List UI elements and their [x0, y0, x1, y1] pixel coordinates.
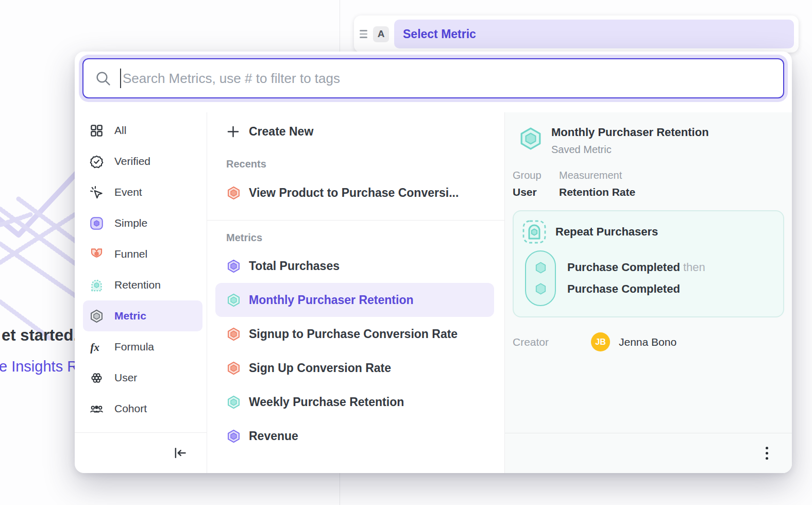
verified-badge-icon	[90, 155, 104, 169]
list-item-revenue[interactable]: Revenue	[215, 419, 494, 453]
definition-steps: Purchase Completed then Purchase Complet…	[525, 250, 775, 306]
saved-metric-hexagon-icon	[519, 127, 543, 150]
metric-hexagon-icon	[227, 259, 241, 273]
create-new-button[interactable]: Create New	[207, 116, 504, 147]
formula-fx-icon: fx	[90, 340, 104, 354]
section-title-recents: Recents	[226, 158, 504, 170]
metric-details-panel: Monthly Purchaser Retention Saved Metric…	[505, 112, 792, 473]
sidebar-item-user[interactable]: User	[83, 362, 202, 393]
sidebar-footer	[75, 432, 207, 473]
funnel-icon	[90, 247, 104, 261]
sidebar-item-label: Retention	[114, 279, 161, 291]
sidebar-item-event[interactable]: Event	[83, 177, 202, 208]
sidebar-item-label: Cohort	[114, 402, 147, 415]
creator-label: Creator	[513, 336, 591, 348]
list-item-sign-up-conversion-rate[interactable]: Sign Up Conversion Rate	[215, 351, 494, 385]
retention-metric-hexagon-icon	[227, 395, 241, 409]
sidebar-item-all[interactable]: All	[83, 115, 202, 146]
sidebar-item-cohort[interactable]: Cohort	[83, 393, 202, 424]
group-value: User	[513, 186, 559, 198]
measurement-label: Measurement	[559, 170, 635, 181]
sidebar-item-retention[interactable]: Retention	[83, 270, 202, 300]
group-label: Group	[513, 170, 559, 181]
sidebar-item-funnel[interactable]: Funnel	[83, 239, 202, 270]
section-title-metrics: Metrics	[226, 232, 504, 244]
list-item-label: Weekly Purchase Retention	[249, 395, 404, 409]
list-item-total-purchases[interactable]: Total Purchases	[215, 249, 494, 283]
metric-picker-modal: All Verified Event	[75, 52, 792, 473]
more-options-icon[interactable]	[760, 446, 773, 461]
metric-letter-badge[interactable]: A	[373, 26, 389, 42]
metric-hexagon-icon	[227, 429, 241, 443]
list-item-weekly-purchase-retention[interactable]: Weekly Purchase Retention	[215, 385, 494, 419]
sidebar-item-simple[interactable]: Simple	[83, 208, 202, 239]
simple-hexagon-icon	[90, 216, 104, 230]
sidebar-item-verified[interactable]: Verified	[83, 146, 202, 177]
list-item-label: View Product to Purchase Conversi...	[249, 186, 459, 200]
definition-card: Repeat Purchasers Purchase Completed the…	[513, 210, 784, 317]
event-cursor-icon	[90, 186, 104, 199]
picker-columns: All Verified Event	[75, 112, 792, 473]
svg-text:fx: fx	[90, 341, 99, 353]
search-input[interactable]	[123, 71, 772, 87]
drag-handle-icon[interactable]	[360, 30, 370, 38]
cohort-people-icon	[90, 402, 104, 416]
insights-report-link[interactable]: e Insights Re	[0, 358, 86, 375]
grid-icon	[90, 124, 104, 138]
details-title: Monthly Purchaser Retention	[551, 126, 709, 139]
list-item-label: Monthly Purchaser Retention	[249, 293, 413, 307]
details-header: Monthly Purchaser Retention Saved Metric	[519, 126, 784, 156]
step-hexagon-icon	[534, 282, 548, 296]
filter-sidebar: All Verified Event	[75, 112, 207, 473]
details-subtitle: Saved Metric	[551, 144, 709, 156]
sidebar-item-label: Verified	[114, 155, 150, 167]
creator-avatar: JB	[591, 332, 610, 351]
metric-hexagon-icon	[90, 309, 104, 323]
funnel-metric-hexagon-icon	[227, 361, 241, 375]
user-flower-icon	[90, 371, 104, 385]
sidebar-item-metric[interactable]: Metric	[83, 300, 202, 331]
details-footer	[505, 433, 792, 473]
step-one: Purchase Completed then	[567, 261, 705, 274]
steps-capsule	[525, 250, 556, 306]
list-item-label: Signup to Purchase Conversion Rate	[249, 327, 458, 341]
sidebar-item-label: All	[114, 124, 126, 137]
sidebar-item-label: Formula	[114, 341, 154, 353]
plus-icon	[226, 125, 240, 139]
background-headline: et started.	[2, 326, 78, 345]
sidebar-item-label: Funnel	[114, 248, 147, 260]
sidebar-item-label: Event	[114, 186, 142, 198]
behavior-dashed-icon	[522, 220, 547, 244]
list-item-recent-metric[interactable]: View Product to Purchase Conversi...	[215, 176, 494, 209]
metric-list-column: Create New Recents View Product to Purch…	[207, 112, 505, 473]
metric-row-card: A Select Metric	[354, 15, 799, 53]
text-caret	[120, 69, 121, 88]
sidebar-item-label: Simple	[114, 217, 147, 229]
search-bar	[82, 58, 784, 98]
select-metric-button[interactable]: Select Metric	[394, 20, 794, 48]
retention-metric-hexagon-icon	[227, 293, 241, 307]
sidebar-item-label: User	[114, 372, 137, 384]
sidebar-item-formula[interactable]: fx Formula	[83, 331, 202, 362]
create-new-label: Create New	[249, 125, 313, 139]
creator-row: Creator JB Jenna Bono	[513, 332, 784, 351]
details-meta: Group User Measurement Retention Rate	[513, 170, 784, 198]
sidebar-item-label: Metric	[114, 310, 146, 322]
step-two: Purchase Completed	[567, 282, 705, 296]
list-section-divider	[207, 220, 504, 221]
definition-title: Repeat Purchasers	[555, 225, 658, 239]
creator-name: Jenna Bono	[619, 336, 676, 348]
list-item-label: Total Purchases	[249, 259, 340, 273]
list-item-label: Revenue	[249, 429, 298, 443]
collapse-left-icon[interactable]	[173, 446, 187, 460]
step-connector: then	[683, 261, 705, 274]
funnel-metric-hexagon-icon	[227, 327, 241, 341]
retention-arch-icon	[90, 278, 104, 292]
list-item-signup-to-purchase-conversion[interactable]: Signup to Purchase Conversion Rate	[215, 317, 494, 351]
list-item-label: Sign Up Conversion Rate	[249, 361, 391, 375]
step-hexagon-icon	[534, 261, 548, 275]
list-item-monthly-purchaser-retention[interactable]: Monthly Purchaser Retention	[215, 283, 494, 317]
measurement-value: Retention Rate	[559, 186, 635, 198]
funnel-metric-hexagon-icon	[227, 186, 241, 200]
definition-header: Repeat Purchasers	[522, 220, 775, 244]
